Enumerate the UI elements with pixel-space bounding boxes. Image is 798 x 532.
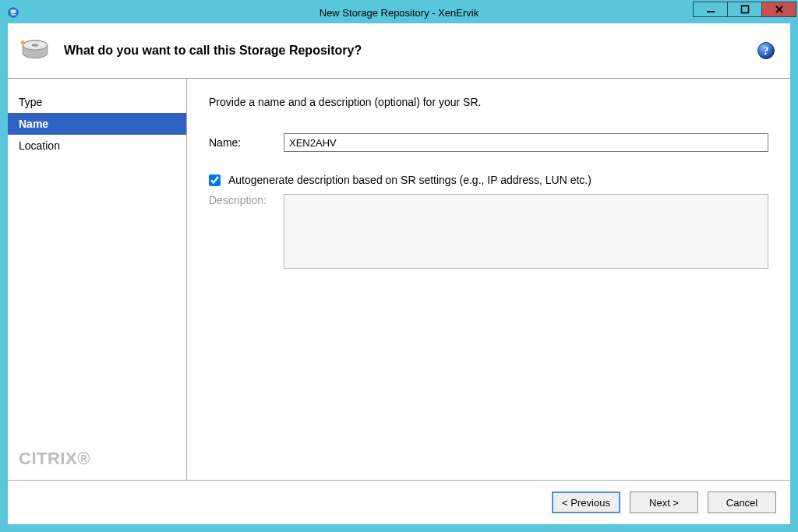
description-label: Description: (209, 194, 284, 206)
wizard-sidebar: Type Name Location CITRIX® (8, 79, 187, 480)
wizard-footer: < Previous Next > Cancel (8, 480, 790, 524)
citrix-brand-logo: CITRIX® (8, 441, 186, 480)
description-row: Description: (209, 194, 768, 269)
name-label: Name: (209, 136, 284, 149)
autogenerate-row: Autogenerate description based on SR set… (209, 174, 768, 186)
step-type[interactable]: Type (8, 91, 186, 113)
wizard-heading: What do you want to call this Storage Re… (64, 44, 362, 58)
autogenerate-label: Autogenerate description based on SR set… (228, 174, 591, 186)
svg-rect-3 (707, 11, 715, 12)
step-name[interactable]: Name (8, 113, 186, 135)
sr-name-input[interactable] (284, 133, 768, 152)
svg-rect-4 (741, 6, 748, 13)
svg-line-6 (776, 6, 782, 12)
sr-description-input (284, 194, 768, 269)
wizard-body: Type Name Location CITRIX® Provide a nam… (8, 79, 790, 480)
close-button[interactable] (761, 2, 796, 17)
wizard-header: What do you want to call this Storage Re… (8, 23, 790, 79)
step-list: Type Name Location (8, 79, 186, 441)
wizard-content: Provide a name and a description (option… (187, 79, 790, 480)
svg-line-5 (776, 6, 782, 12)
maximize-button[interactable] (727, 2, 762, 17)
autogenerate-checkbox[interactable] (209, 174, 221, 186)
help-icon[interactable]: ? (756, 41, 776, 61)
minimize-button[interactable] (693, 2, 728, 17)
window-title: New Storage Repository - XenErvik (2, 7, 796, 19)
client-area: What do you want to call this Storage Re… (8, 23, 790, 524)
next-button[interactable]: Next > (630, 491, 698, 513)
cancel-button[interactable]: Cancel (708, 491, 776, 513)
step-location[interactable]: Location (8, 135, 186, 157)
window-controls (694, 2, 796, 19)
name-row: Name: (209, 133, 768, 152)
intro-text: Provide a name and a description (option… (209, 96, 768, 108)
svg-point-9 (32, 44, 39, 47)
svg-text:?: ? (763, 44, 768, 57)
previous-button[interactable]: < Previous (552, 491, 620, 513)
title-bar: New Storage Repository - XenErvik (2, 2, 796, 23)
window-frame: New Storage Repository - XenErvik (0, 0, 798, 532)
storage-disk-icon (19, 37, 51, 64)
svg-marker-10 (20, 40, 26, 44)
